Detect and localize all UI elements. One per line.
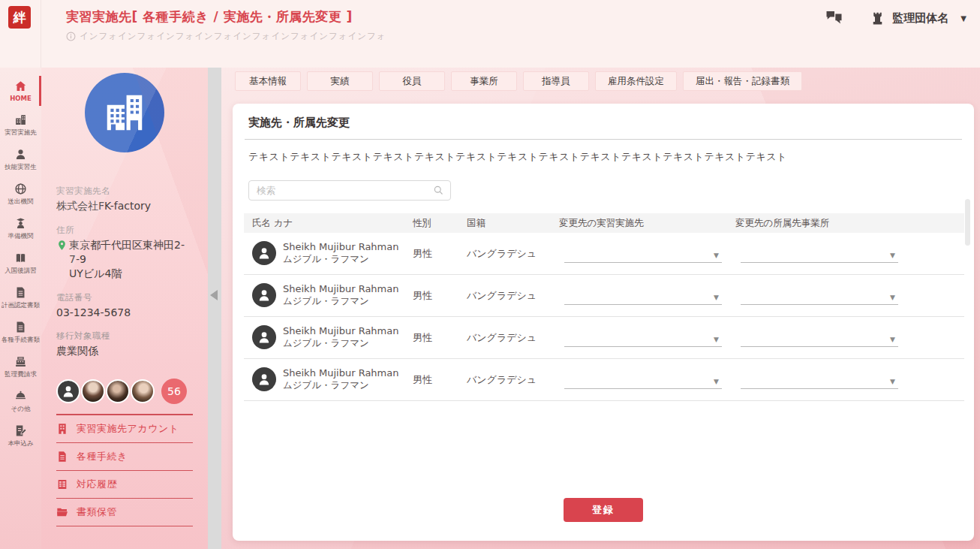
profile-menu: 実習実施先アカウント 各種手続き 対応履歴 書類保管 — [56, 414, 193, 526]
new-office-select[interactable]: ▼ — [741, 328, 898, 347]
search-box — [248, 180, 451, 201]
app-logo[interactable]: 絆 — [8, 6, 31, 29]
cell-new-office: ▼ — [735, 244, 964, 263]
trainee-name: Sheikh Mujibur Rahman — [283, 367, 398, 380]
company-avatar — [85, 73, 164, 152]
avatar[interactable] — [81, 379, 105, 403]
sidebar-item-home[interactable]: HOME — [0, 74, 41, 108]
card-scrollbar-thumb[interactable] — [965, 199, 970, 246]
icon-sidebar: HOME 実習実施先 技能実習生 送出機関 準備機関 入国後講習 計画認定書類 — [0, 68, 41, 549]
new-site-select[interactable]: ▼ — [564, 328, 722, 347]
sidebar-item-sending-org[interactable]: 送出機関 — [0, 177, 41, 212]
info-line: インフォインフォインフォインフォインフォインフォインフォインフォ — [66, 31, 386, 42]
sidebar-item-application[interactable]: 本申込み — [0, 419, 41, 454]
new-site-select[interactable]: ▼ — [564, 244, 722, 263]
job-value: 農業関係 — [56, 344, 193, 358]
company-name: 株式会社FK-factory — [56, 199, 193, 213]
tab-instructors[interactable]: 指導員 — [523, 71, 589, 91]
organization-name[interactable]: 監理団体名 — [892, 11, 948, 26]
person-icon — [61, 384, 76, 399]
new-office-select[interactable]: ▼ — [741, 286, 898, 305]
menu-item-storage[interactable]: 書類保管 — [56, 499, 193, 526]
new-site-select[interactable]: ▼ — [564, 286, 722, 305]
menu-item-procedures[interactable]: 各種手続き — [56, 443, 193, 471]
chevron-down-icon[interactable]: ▼ — [960, 14, 966, 23]
person-icon — [257, 372, 272, 387]
tab-reports-records[interactable]: 届出・報告・記録書類 — [683, 71, 802, 91]
info-text: インフォインフォインフォインフォインフォインフォインフォインフォ — [80, 31, 386, 42]
cell-new-site: ▼ — [559, 286, 735, 305]
new-office-select[interactable]: ▼ — [741, 370, 898, 389]
sidebar-item-lecture[interactable]: 入国後講習 — [0, 246, 41, 281]
cell-nationality: バングラデシュ — [467, 247, 559, 261]
globe-icon — [14, 182, 27, 195]
tab-employment-conditions[interactable]: 雇用条件設定 — [595, 71, 677, 91]
cell-gender: 男性 — [413, 247, 467, 261]
cell-name: Sheikh Mujibur Rahman ムジブル・ラフマン — [244, 367, 413, 393]
phone-value: 03-1234-5678 — [56, 306, 193, 320]
count-badge[interactable]: 56 — [161, 379, 187, 404]
new-site-select[interactable]: ▼ — [564, 370, 722, 389]
menu-item-history[interactable]: 対応履歴 — [56, 471, 193, 499]
table-row: Sheikh Mujibur Rahman ムジブル・ラフマン 男性 バングラデ… — [244, 317, 964, 359]
cell-nationality: バングラデシュ — [467, 373, 559, 387]
search-input[interactable] — [248, 180, 451, 201]
trainee-kana: ムジブル・ラフマン — [283, 253, 398, 266]
avatar[interactable] — [106, 379, 130, 403]
cell-nationality: バングラデシュ — [467, 289, 559, 303]
logo-glyph: 絆 — [14, 9, 26, 26]
job-label: 移行対象職種 — [56, 330, 193, 342]
tab-officers[interactable]: 役員 — [379, 71, 445, 91]
sidebar-item-fee-billing[interactable]: 監理費請求 — [0, 350, 41, 385]
tab-results[interactable]: 実績 — [307, 71, 373, 91]
trainee-name: Sheikh Mujibur Rahman — [283, 241, 398, 254]
list-icon — [56, 478, 68, 490]
sidebar-item-other[interactable]: その他 — [0, 385, 41, 419]
trainee-name: Sheikh Mujibur Rahman — [283, 325, 398, 338]
cell-gender: 男性 — [413, 289, 467, 303]
cell-gender: 男性 — [413, 331, 467, 345]
chevron-down-icon: ▼ — [890, 336, 895, 343]
avatar[interactable] — [131, 379, 155, 403]
avatar[interactable] — [56, 379, 80, 403]
chevron-down-icon: ▼ — [714, 336, 719, 343]
cell-new-site: ▼ — [559, 244, 735, 263]
sidebar-item-trainee[interactable]: 技能実習生 — [0, 143, 41, 177]
cash-register-icon — [14, 355, 27, 368]
phone-label: 電話番号 — [56, 292, 193, 303]
sidebar-item-jisshi-saki[interactable]: 実習実施先 — [0, 108, 41, 143]
address-field: 住所 東京都千代田区東神田2-7-9 UYビル4階 — [56, 225, 193, 281]
messages-icon[interactable] — [824, 9, 844, 27]
app-header: 絆 実習実施先[ 各種手続き / 実施先・所属先変更 ] インフォインフォインフ… — [0, 0, 980, 68]
address-line2: UYビル4階 — [69, 267, 193, 281]
sidebar-item-plan-docs[interactable]: 計画認定書類 — [0, 281, 41, 315]
trainee-avatar — [252, 241, 276, 265]
home-icon — [14, 80, 27, 92]
open-book-icon — [14, 252, 27, 264]
person-icon — [257, 330, 272, 345]
menu-item-account[interactable]: 実習実施先アカウント — [56, 415, 193, 443]
chevron-down-icon: ▼ — [714, 252, 719, 259]
main-area: 基本情報 実績 役員 事業所 指導員 雇用条件設定 届出・報告・記録書類 実施先… — [221, 68, 980, 549]
info-icon — [66, 32, 76, 41]
col-name-kana: 氏名 カナ — [244, 217, 413, 230]
cell-name: Sheikh Mujibur Rahman ムジブル・ラフマン — [244, 283, 413, 309]
table-row: Sheikh Mujibur Rahman ムジブル・ラフマン 男性 バングラデ… — [244, 233, 964, 275]
person-icon — [14, 148, 27, 161]
company-field: 実習実施先名 株式会社FK-factory — [56, 186, 193, 213]
panel-collapse-strip[interactable] — [208, 68, 221, 549]
chevron-down-icon: ▼ — [714, 294, 719, 301]
collapse-panel-icon[interactable] — [210, 290, 218, 300]
tab-basic-info[interactable]: 基本情報 — [235, 71, 301, 91]
company-label: 実習実施先名 — [56, 186, 193, 197]
sidebar-item-procedure-docs[interactable]: 各種手続書類 — [0, 315, 41, 350]
document-icon — [56, 451, 68, 463]
sidebar-item-prep-org[interactable]: 準備機関 — [0, 212, 41, 246]
chevron-down-icon: ▼ — [714, 378, 719, 385]
register-button[interactable]: 登録 — [564, 498, 643, 522]
new-office-select[interactable]: ▼ — [741, 244, 898, 263]
document-icon — [14, 286, 27, 299]
search-icon — [433, 185, 444, 196]
tab-offices[interactable]: 事業所 — [451, 71, 517, 91]
trainee-avatar — [252, 367, 276, 391]
